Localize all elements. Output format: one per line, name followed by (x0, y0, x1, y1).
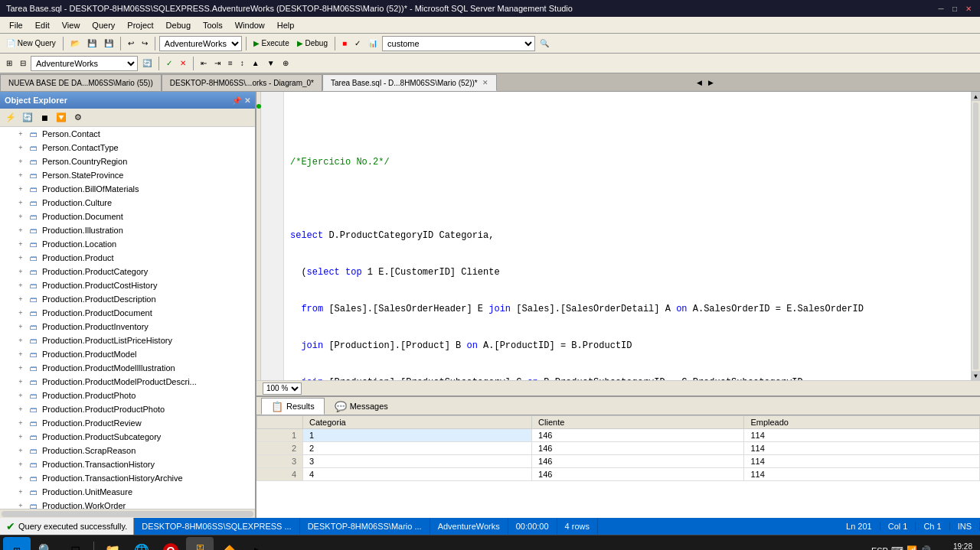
database-dropdown[interactable]: AdventureWorks (159, 36, 242, 51)
tree-item-production-billofmaterials[interactable]: + 🗃 Production.BillOfMaterials (0, 182, 255, 196)
tree-item-production-productsubcategory[interactable]: + 🗃 Production.ProductSubcategory (0, 430, 255, 444)
taskbar-start-button[interactable]: ⊞ (3, 537, 31, 551)
tree-item-production-productmodel[interactable]: + 🗃 Production.ProductModel (0, 347, 255, 361)
oe-close-icon[interactable]: ✕ (244, 96, 250, 105)
db-dropdown-2[interactable]: AdventureWorks (31, 56, 138, 71)
tab-tarea-base[interactable]: Tarea Base.sql - D...8HM06SS\Mario (52))… (322, 74, 497, 91)
taskbar-opera-button[interactable]: O (157, 537, 185, 551)
minimize-button[interactable]: ─ (936, 3, 946, 14)
tree-item-production-productinventory[interactable]: + 🗃 Production.ProductInventory (0, 320, 255, 334)
tree-item-person-contact[interactable]: + 🗃 Person.Contact (0, 127, 255, 141)
tab-diagram[interactable]: DESKTOP-8HM06SS\...orks - Diagram_0* (162, 74, 322, 91)
expander-production-productmodelproductdescri[interactable]: + (15, 376, 26, 387)
tray-clock[interactable]: 19:28 18/11/2018 (934, 542, 972, 551)
tree-item-production-productcosthistory[interactable]: + 🗃 Production.ProductCostHistory (0, 278, 255, 292)
taskbar-edge-button[interactable]: 🌐 (128, 537, 155, 551)
tree-item-production-location[interactable]: + 🗃 Production.Location (0, 237, 255, 251)
expander-person-contact[interactable]: + (15, 129, 26, 139)
indent-button[interactable]: ⊞ (3, 55, 15, 72)
menu-file[interactable]: File (3, 19, 29, 31)
zoom-dropdown[interactable]: 100 % 75 % 150 % (263, 382, 302, 395)
down-button[interactable]: ▼ (264, 55, 278, 72)
expander-production-productlistpricehistory[interactable]: + (15, 335, 26, 346)
redo-button[interactable]: ↪ (139, 35, 151, 52)
tree-item-person-contacttype[interactable]: + 🗃 Person.ContactType (0, 141, 255, 155)
taskbar-fileexplorer-button[interactable]: 📁 (99, 537, 126, 551)
oe-stop-button[interactable]: ⏹ (37, 110, 52, 125)
col-header-empleado[interactable]: Empleado (744, 416, 980, 429)
tree-item-production-productreview[interactable]: + 🗃 Production.ProductReview (0, 416, 255, 430)
expander-production-workorder[interactable]: + (15, 500, 26, 509)
tree-item-production-unitmeasure[interactable]: + 🗃 Production.UnitMeasure (0, 485, 255, 499)
editor-scrollbar-v[interactable]: ▲ ▼ (971, 92, 980, 380)
taskbar-search-button[interactable]: 🔍 (32, 537, 60, 551)
misc-button[interactable]: ⊕ (279, 55, 292, 72)
parse-button[interactable]: ✓ (351, 35, 364, 52)
tree-item-production-productmodelillustration[interactable]: + 🗃 Production.ProductModelIllustration (0, 361, 255, 375)
expander-production-productreview[interactable]: + (15, 418, 26, 428)
expander-production-billofmaterials[interactable]: + (15, 184, 26, 194)
menu-help[interactable]: Help (271, 19, 301, 31)
expander-production-productcategory[interactable]: + (15, 266, 26, 277)
expander-production-product[interactable]: + (15, 252, 26, 263)
save-all-button[interactable]: 💾 (101, 35, 116, 52)
menu-project[interactable]: Project (121, 19, 159, 31)
expander-person-contacttype[interactable]: + (15, 142, 26, 153)
refresh-button[interactable]: 🔄 (139, 55, 155, 72)
expander-production-productsubcategory[interactable]: + (15, 431, 26, 442)
menu-edit[interactable]: Edit (29, 19, 56, 31)
taskbar-taskview-button[interactable]: ⊟ (61, 537, 89, 551)
x-button[interactable]: ✕ (177, 55, 189, 72)
tree-item-production-culture[interactable]: + 🗃 Production.Culture (0, 196, 255, 210)
tab-tarea-close-icon[interactable]: ✕ (482, 79, 488, 86)
menu-query[interactable]: Query (86, 19, 121, 31)
expander-production-productdescription[interactable]: + (15, 294, 26, 304)
tree-item-production-product[interactable]: + 🗃 Production.Product (0, 251, 255, 265)
align-left-button[interactable]: ⇤ (198, 55, 210, 72)
menu-debug[interactable]: Debug (160, 19, 197, 31)
close-button[interactable]: ✕ (963, 3, 974, 14)
menu-view[interactable]: View (56, 19, 87, 31)
oe-refresh-button[interactable]: 🔄 (20, 110, 35, 125)
expander-production-transactionhistoryarchive[interactable]: + (15, 473, 26, 483)
expander-person-countryregion[interactable]: + (15, 156, 26, 167)
expander-production-productproductphoto[interactable]: + (15, 404, 26, 415)
up-button[interactable]: ▲ (249, 55, 263, 72)
expander-production-productcosthistory[interactable]: + (15, 280, 26, 291)
maximize-button[interactable]: □ (949, 3, 960, 14)
execute-button[interactable]: ▶ Execute (250, 35, 292, 52)
menu-window[interactable]: Window (229, 19, 271, 31)
results-tab-results[interactable]: 📋 Results (261, 398, 325, 415)
tab-nueva-base[interactable]: NUEVA BASE DE DA...M06SS\Mario (55)) (0, 74, 162, 91)
tree-item-production-workorder[interactable]: + 🗃 Production.WorkOrder (0, 499, 255, 509)
expander-production-culture[interactable]: + (15, 197, 26, 208)
tree-item-production-productdescription[interactable]: + 🗃 Production.ProductDescription (0, 292, 255, 306)
tree-item-production-productcategory[interactable]: + 🗃 Production.ProductCategory (0, 265, 255, 278)
save-button[interactable]: 💾 (84, 35, 100, 52)
tree-item-production-document[interactable]: + 🗃 Production.Document (0, 210, 255, 223)
stop-button[interactable]: ■ (339, 35, 350, 52)
open-button[interactable]: 📂 (67, 35, 83, 52)
display-plan-button[interactable]: 📊 (365, 35, 381, 52)
expander-production-productmodelillustration[interactable]: + (15, 363, 26, 373)
expander-person-stateprovince[interactable]: + (15, 170, 26, 181)
tree-item-production-productmodelproductdescri[interactable]: + 🗃 Production.ProductModelProductDescri… (0, 375, 255, 389)
tree-item-production-transactionhistory[interactable]: + 🗃 Production.TransactionHistory (0, 457, 255, 471)
align-right-button[interactable]: ⇥ (211, 55, 224, 72)
col-header-categoria[interactable]: Categoria (303, 416, 532, 429)
expander-production-illustration[interactable]: + (15, 225, 26, 236)
expander-production-scrapreason[interactable]: + (15, 445, 26, 456)
tab-scroll-right-button[interactable]: ▶ (705, 74, 717, 91)
tree-item-production-productphoto[interactable]: + 🗃 Production.ProductPhoto (0, 389, 255, 402)
sort-button[interactable]: ↕ (237, 55, 247, 72)
oe-connect-button[interactable]: ⚡ (3, 110, 18, 125)
debug-button[interactable]: ▶ Debug (294, 35, 331, 52)
tree-item-production-transactionhistoryarchive[interactable]: + 🗃 Production.TransactionHistoryArchive (0, 471, 255, 485)
tree-item-production-productproductphoto[interactable]: + 🗃 Production.ProductProductPhoto (0, 402, 255, 416)
tab-scroll-left-button[interactable]: ◀ (694, 74, 705, 91)
check-button[interactable]: ✓ (163, 55, 175, 72)
search-dropdown[interactable]: custome (382, 36, 535, 51)
outdent-button[interactable]: ⊟ (17, 55, 29, 72)
col-header-cliente[interactable]: Cliente (532, 416, 744, 429)
tree-item-person-countryregion[interactable]: + 🗃 Person.CountryRegion (0, 155, 255, 168)
